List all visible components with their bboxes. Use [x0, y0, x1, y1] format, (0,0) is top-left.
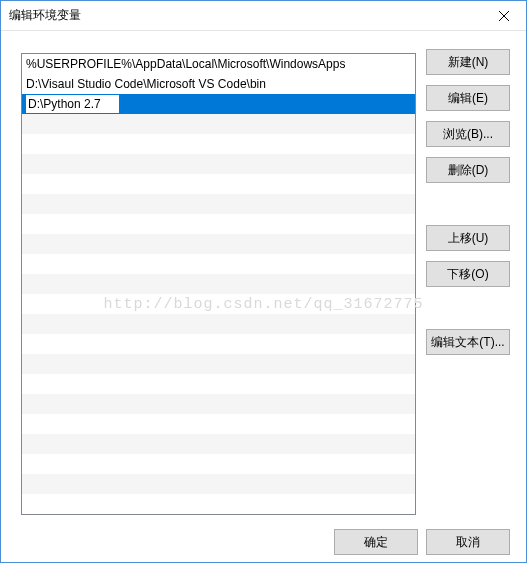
side-buttons: 新建(N) 编辑(E) 浏览(B)... 删除(D) 上移(U) 下移(O) 编… — [426, 49, 510, 515]
list-item[interactable] — [22, 474, 415, 494]
list-item[interactable]: %USERPROFILE%\AppData\Local\Microsoft\Wi… — [22, 54, 415, 74]
list-item[interactable] — [22, 434, 415, 454]
list-item[interactable] — [22, 254, 415, 274]
list-item[interactable] — [22, 174, 415, 194]
list-item[interactable] — [22, 194, 415, 214]
list-item[interactable] — [22, 214, 415, 234]
list-item[interactable] — [22, 294, 415, 314]
edit-text-button[interactable]: 编辑文本(T)... — [426, 329, 510, 355]
edit-button[interactable]: 编辑(E) — [426, 85, 510, 111]
list-item[interactable] — [22, 134, 415, 154]
list-item[interactable] — [22, 334, 415, 354]
dialog-title: 编辑环境变量 — [9, 7, 81, 24]
move-up-button[interactable]: 上移(U) — [426, 225, 510, 251]
list-item[interactable] — [22, 394, 415, 414]
cancel-button[interactable]: 取消 — [426, 529, 510, 555]
delete-button[interactable]: 删除(D) — [426, 157, 510, 183]
path-listbox[interactable]: %USERPROFILE%\AppData\Local\Microsoft\Wi… — [21, 53, 416, 515]
list-item[interactable] — [22, 374, 415, 394]
list-item[interactable] — [22, 354, 415, 374]
list-item[interactable] — [22, 454, 415, 474]
list-item-editing[interactable] — [22, 94, 415, 114]
path-edit-input[interactable] — [26, 95, 119, 113]
list-item[interactable] — [22, 494, 415, 514]
list-item[interactable] — [22, 314, 415, 334]
list-item[interactable] — [22, 154, 415, 174]
dialog-footer: 确定 取消 — [21, 515, 510, 555]
move-down-button[interactable]: 下移(O) — [426, 261, 510, 287]
main-row: %USERPROFILE%\AppData\Local\Microsoft\Wi… — [21, 49, 510, 515]
close-button[interactable] — [481, 1, 526, 30]
titlebar: 编辑环境变量 — [1, 1, 526, 31]
list-item[interactable] — [22, 414, 415, 434]
new-button[interactable]: 新建(N) — [426, 49, 510, 75]
list-item[interactable] — [22, 114, 415, 134]
close-icon — [499, 11, 509, 21]
ok-button[interactable]: 确定 — [334, 529, 418, 555]
list-item[interactable] — [22, 234, 415, 254]
list-item[interactable] — [22, 274, 415, 294]
dialog-content: %USERPROFILE%\AppData\Local\Microsoft\Wi… — [1, 31, 526, 563]
browse-button[interactable]: 浏览(B)... — [426, 121, 510, 147]
list-item[interactable]: D:\Visaul Studio Code\Microsoft VS Code\… — [22, 74, 415, 94]
dialog-window: 编辑环境变量 %USERPROFILE%\AppData\Local\Micro… — [0, 0, 527, 563]
